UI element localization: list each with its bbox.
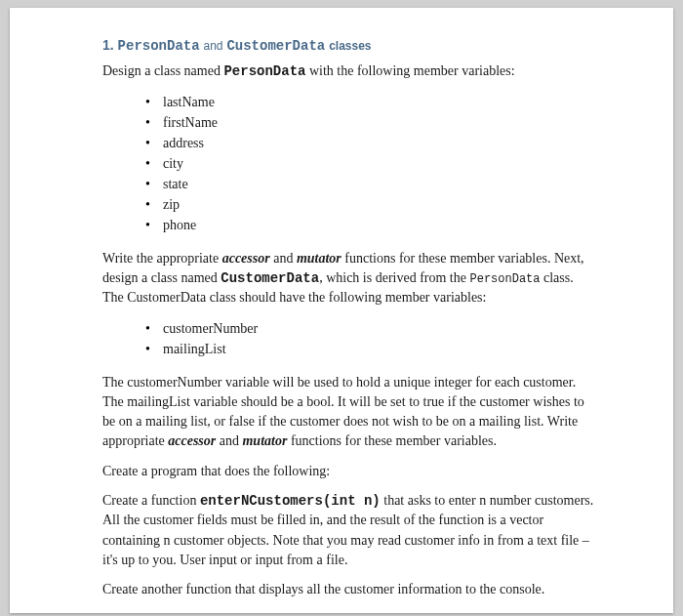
section-heading: 1. PersonData and CustomerData classes <box>102 35 595 56</box>
p2-accessor: accessor <box>222 251 270 266</box>
p3-t3: functions for these member variables. <box>287 433 497 448</box>
heading-class2: CustomerData <box>226 38 325 54</box>
heading-class1: PersonData <box>118 38 200 54</box>
heading-and: and <box>203 39 222 53</box>
list-item: mailingList <box>141 339 595 359</box>
heading-number: 1. <box>102 37 114 53</box>
p2-mutator: mutator <box>297 251 342 266</box>
heading-tail: classes <box>329 39 371 53</box>
paragraph-4: Create a program that does the following… <box>102 462 595 481</box>
p5-t1: Create a function <box>102 493 200 508</box>
paragraph-3: The customerNumber variable will be used… <box>102 373 595 452</box>
p3-mutator: mutator <box>242 433 287 448</box>
paragraph-2: Write the appropriate accessor and mutat… <box>102 249 595 308</box>
p2-t4: , which is derived from the <box>319 270 469 285</box>
member-list-1: lastName firstName address city state zi… <box>141 92 595 235</box>
list-item: zip <box>141 194 595 215</box>
document-page: 1. PersonData and CustomerData classes D… <box>10 8 673 613</box>
list-item: customerNumber <box>141 318 595 339</box>
list-item: address <box>141 133 595 153</box>
p3-t2: and <box>216 433 242 448</box>
p1-pre: Design a class named <box>102 63 223 78</box>
paragraph-1: Design a class named PersonData with the… <box>102 62 595 81</box>
p2-code1: CustomerData <box>221 270 319 286</box>
list-item: phone <box>141 215 595 235</box>
p3-accessor: accessor <box>168 433 216 448</box>
list-item: firstName <box>141 112 595 133</box>
p1-code: PersonData <box>223 63 305 79</box>
p2-t2: and <box>270 251 297 266</box>
p1-post: with the following member variables: <box>305 63 514 78</box>
list-item: lastName <box>141 92 595 112</box>
p2-code2: PersonData <box>469 272 540 286</box>
p2-t1: Write the appropriate <box>102 251 222 266</box>
p5-code: enterNCustomers(int n) <box>200 493 381 509</box>
member-list-2: customerNumber mailingList <box>141 318 595 359</box>
list-item: city <box>141 153 595 174</box>
list-item: state <box>141 174 595 194</box>
paragraph-5: Create a function enterNCustomers(int n)… <box>102 491 595 570</box>
paragraph-6: Create another function that displays al… <box>102 580 595 599</box>
